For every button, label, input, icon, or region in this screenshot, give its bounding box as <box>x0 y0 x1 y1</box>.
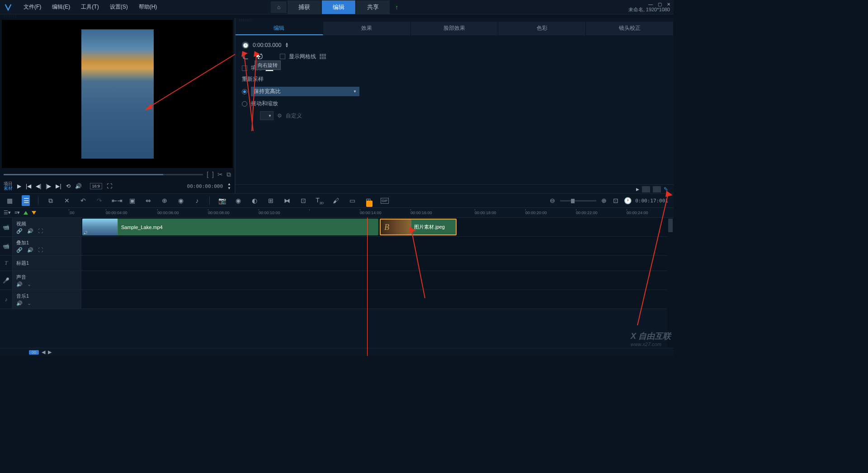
playhead[interactable] <box>367 218 368 356</box>
duration-value[interactable]: 0:00:03.000 <box>253 42 281 48</box>
timeline-view-button[interactable]: ☰ <box>22 195 30 206</box>
ruler-marker-orange[interactable] <box>366 201 373 207</box>
tool-grid[interactable]: ⊞ <box>267 197 275 204</box>
track-music-icon[interactable]: ♪ <box>0 290 13 309</box>
expand-right-icon[interactable]: ▶ <box>636 187 639 192</box>
play-button[interactable]: ▶ <box>17 183 21 189</box>
frame-back-button[interactable]: ◀| <box>36 183 41 189</box>
resize-icon[interactable]: ⛶ <box>107 183 112 189</box>
menu-help[interactable]: 帮助(H) <box>133 1 163 13</box>
fit-zoom-button[interactable]: ⊡ <box>612 197 620 204</box>
zoom-slider[interactable] <box>560 200 596 201</box>
goto-end-button[interactable]: ▶| <box>56 183 61 189</box>
tool-split[interactable]: ⇔ <box>144 197 152 204</box>
menu-tools[interactable]: 工具(T) <box>75 1 104 13</box>
tool-track[interactable]: ⊡ <box>299 197 307 204</box>
scroll-right-button[interactable]: ▶ <box>48 349 52 355</box>
link-icon[interactable]: 🔗 <box>16 228 23 234</box>
customize-icon[interactable]: ⚙ <box>277 112 282 119</box>
panel-layout-1[interactable] <box>642 186 650 192</box>
aspect-ratio-selector[interactable]: 16:9 <box>90 183 103 189</box>
props-tab-color[interactable]: 色彩 <box>498 22 586 35</box>
zoom-timecode[interactable]: 0:00:17:001 <box>635 198 668 204</box>
track-overlay-icon[interactable]: 📹 <box>0 237 13 255</box>
redo-button[interactable]: ↷ <box>95 197 104 204</box>
goto-start-button[interactable]: |◀ <box>26 183 31 189</box>
tool-mask[interactable]: ◐ <box>250 197 259 204</box>
scissors-icon[interactable]: ✂ <box>217 171 223 178</box>
track-overlay-body[interactable] <box>81 237 674 255</box>
rotate-left-button[interactable] <box>242 52 251 61</box>
tool-3d-text[interactable]: T3D <box>316 197 324 205</box>
edit-pencil-icon[interactable]: ✎ <box>664 186 670 192</box>
clip-video[interactable]: Sample_Lake.mp4 <box>82 219 378 235</box>
menu-edit[interactable]: 编辑(E) <box>47 1 75 13</box>
tool-settings[interactable]: ✕ <box>63 197 71 204</box>
menu-file[interactable]: 文件(F) <box>18 1 47 13</box>
copy-icon[interactable]: ⧉ <box>226 171 231 178</box>
mute-icon[interactable]: 🔊 <box>27 228 33 234</box>
track-title-body[interactable] <box>81 256 674 271</box>
duration-stepper[interactable]: ▲▼ <box>285 42 288 48</box>
lock-icon[interactable]: ⛶ <box>38 247 43 253</box>
storyboard-view-button[interactable]: ▦ <box>5 197 14 204</box>
track-title-icon[interactable]: T <box>0 256 13 271</box>
tool-audio[interactable]: ♪ <box>193 197 201 204</box>
mark-out-button[interactable]: ] <box>212 171 214 178</box>
tool-color-wheel[interactable]: ◉ <box>177 197 185 204</box>
keep-ratio-radio[interactable] <box>242 89 247 94</box>
props-tab-edit[interactable]: 编辑 <box>236 22 323 35</box>
panel-grip[interactable]: ::::::: <box>0 14 674 18</box>
scroll-left-button[interactable]: ◀ <box>42 349 45 355</box>
home-tab[interactable]: ⌂ <box>271 1 287 13</box>
fill-checkbox[interactable] <box>242 66 247 71</box>
upload-icon[interactable]: ↑ <box>391 4 403 11</box>
chevron-down-icon[interactable]: ⌄ <box>27 281 31 287</box>
props-tab-fx[interactable]: 效果 <box>323 22 411 35</box>
clip-image[interactable]: 图片素材.jpeg <box>380 219 457 235</box>
track-voice-icon[interactable]: 🎤 <box>0 271 13 290</box>
timecode-stepper[interactable]: ▲▼ <box>227 182 231 190</box>
rotate-right-button[interactable]: 向右旋转 <box>255 52 264 61</box>
track-music-body[interactable] <box>81 290 674 309</box>
props-tab-face[interactable]: 脸部效果 <box>411 22 499 35</box>
panel-grip-right[interactable]: ::::::: <box>236 18 674 22</box>
link-icon[interactable]: 🔗 <box>16 247 23 253</box>
mute-icon[interactable]: 🔊 <box>16 300 23 306</box>
volume-icon[interactable]: 🔊 <box>75 183 82 189</box>
marker-green-icon[interactable] <box>24 211 28 215</box>
tool-multi[interactable]: ◉ <box>234 197 242 204</box>
chevron-down-icon[interactable]: ⌄ <box>27 300 31 306</box>
pan-zoom-radio[interactable] <box>242 101 247 107</box>
scrubber-track[interactable] <box>4 174 203 175</box>
zoom-out-button[interactable]: ⊖ <box>548 197 557 204</box>
mark-in-button[interactable]: [ <box>207 171 208 178</box>
tool-trim[interactable]: ⇤⇥ <box>112 197 120 204</box>
tab-capture[interactable]: 捕获 <box>288 0 321 14</box>
tool-gif[interactable]: GIF <box>381 198 389 204</box>
zoom-in-button[interactable]: ⊕ <box>600 197 608 204</box>
tool-paint[interactable]: 🖌 <box>332 197 340 204</box>
undo-button[interactable]: ↶ <box>79 197 87 204</box>
time-ruler[interactable]: :0000:00:04:0000:00:06:0000:00:08:0000:0… <box>69 208 674 217</box>
bottom-badge[interactable]: 00 <box>29 350 39 355</box>
props-tab-lens[interactable]: 镜头校正 <box>586 22 674 35</box>
show-grid-checkbox[interactable] <box>280 54 285 59</box>
tab-share[interactable]: 共享 <box>356 0 390 14</box>
tool-camera[interactable]: 📷 <box>218 197 226 204</box>
tool-ripple[interactable]: ⊕ <box>160 197 169 204</box>
preview-viewport[interactable] <box>2 20 233 168</box>
track-voice-body[interactable] <box>81 271 674 290</box>
marker-orange-icon[interactable] <box>32 211 36 215</box>
loop-button[interactable]: ⟲ <box>66 183 71 189</box>
preview-timecode[interactable]: 00:00:00:000 <box>187 183 223 189</box>
material-label[interactable]: 素材 <box>4 186 13 191</box>
track-list-icon[interactable]: ☰▾ <box>4 210 11 215</box>
tool-transition[interactable]: ⧓ <box>283 197 291 204</box>
frame-forward-button[interactable]: |▶ <box>46 183 51 189</box>
mute-icon[interactable]: 🔊 <box>16 281 23 287</box>
track-video-body[interactable]: Sample_Lake.mp4 图片素材.jpeg <box>81 218 674 236</box>
panel-layout-2[interactable] <box>653 186 661 192</box>
tab-edit[interactable]: 编辑 <box>322 0 355 14</box>
mute-icon[interactable]: 🔊 <box>27 247 33 253</box>
